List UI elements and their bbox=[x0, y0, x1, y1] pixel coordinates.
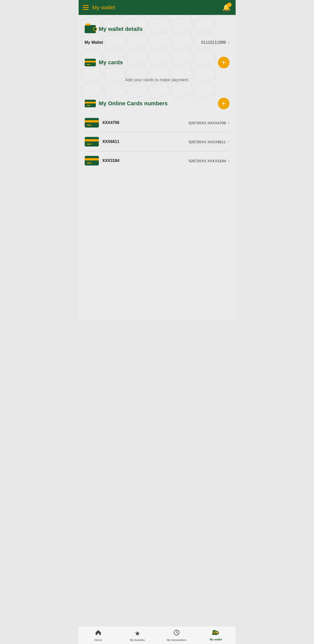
online-cards-header-left: My Online Cards numbers bbox=[85, 100, 168, 107]
wallet-section-icon bbox=[85, 25, 96, 33]
card-number-1: 526720XX XXXX6611 bbox=[189, 140, 226, 144]
wallet-row-right: 01110111999 › bbox=[201, 40, 230, 45]
card-icon-1 bbox=[85, 137, 99, 147]
card-right-2: 526720XX XXXX3184 › bbox=[189, 158, 230, 163]
card-chevron-icon-1: › bbox=[228, 139, 230, 144]
card-chevron-icon-2: › bbox=[228, 158, 230, 163]
card-name-2: XXX3184 bbox=[102, 158, 120, 163]
my-cards-header-row: My cards + bbox=[85, 57, 230, 68]
add-card-button[interactable]: + bbox=[218, 57, 230, 68]
main-content: My wallet details My Wallet 01110111999 … bbox=[79, 15, 236, 320]
header-title: My wallet bbox=[92, 4, 116, 11]
card-number-2: 526720XX XXXX3184 bbox=[189, 159, 226, 163]
wallet-row-value: 01110111999 bbox=[201, 40, 226, 45]
card-number-0: 526720XX XXXX4706 bbox=[189, 121, 226, 125]
card-left-0: XXX4706 bbox=[85, 118, 120, 128]
notification-badge: ! bbox=[227, 3, 232, 7]
online-card-item-1[interactable]: XXX6611 526720XX XXXX6611 › bbox=[85, 132, 230, 151]
header: My wallet 🔔 ! bbox=[79, 0, 236, 15]
my-cards-section: My cards + Add your cards to make paymen… bbox=[85, 57, 230, 90]
my-cards-icon bbox=[85, 59, 96, 66]
online-cards-title: My Online Cards numbers bbox=[99, 100, 168, 107]
add-online-card-button[interactable]: + bbox=[218, 98, 230, 109]
header-right: 🔔 ! bbox=[222, 4, 231, 11]
wallet-details-section: My wallet details My Wallet 01110111999 … bbox=[85, 25, 230, 49]
wallet-row-chevron-icon: › bbox=[228, 40, 230, 45]
online-cards-header-row: My Online Cards numbers + bbox=[85, 98, 230, 109]
wallet-details-header: My wallet details bbox=[85, 25, 230, 33]
card-chevron-icon-0: › bbox=[228, 120, 230, 126]
empty-cards-message: Add your cards to make payment. bbox=[85, 72, 230, 90]
my-cards-title: My cards bbox=[99, 59, 123, 66]
online-card-item-2[interactable]: XXX3184 526720XX XXXX3184 › bbox=[85, 151, 230, 170]
card-icon-2 bbox=[85, 156, 99, 165]
menu-button[interactable] bbox=[83, 5, 89, 10]
online-card-item-0[interactable]: XXX4706 526720XX XXXX4706 › bbox=[85, 113, 230, 132]
wallet-row[interactable]: My Wallet 01110111999 › bbox=[85, 38, 230, 49]
online-cards-icon bbox=[85, 100, 96, 107]
online-cards-section: My Online Cards numbers + XXX4706 526720… bbox=[85, 98, 230, 170]
wallet-details-title: My wallet details bbox=[99, 26, 143, 32]
card-name-0: XXX4706 bbox=[102, 120, 120, 125]
wallet-row-label: My Wallet bbox=[85, 40, 103, 45]
card-name-1: XXX6611 bbox=[102, 139, 120, 144]
card-left-2: XXX3184 bbox=[85, 156, 120, 165]
header-left: My wallet bbox=[83, 4, 116, 11]
card-left-1: XXX6611 bbox=[85, 137, 120, 147]
card-icon-0 bbox=[85, 118, 99, 128]
card-right-1: 526720XX XXXX6611 › bbox=[189, 139, 230, 144]
card-right-0: 526720XX XXXX4706 › bbox=[189, 120, 230, 126]
online-cards-list: XXX4706 526720XX XXXX4706 › XXX6611 bbox=[85, 113, 230, 170]
my-cards-header-left: My cards bbox=[85, 59, 123, 66]
